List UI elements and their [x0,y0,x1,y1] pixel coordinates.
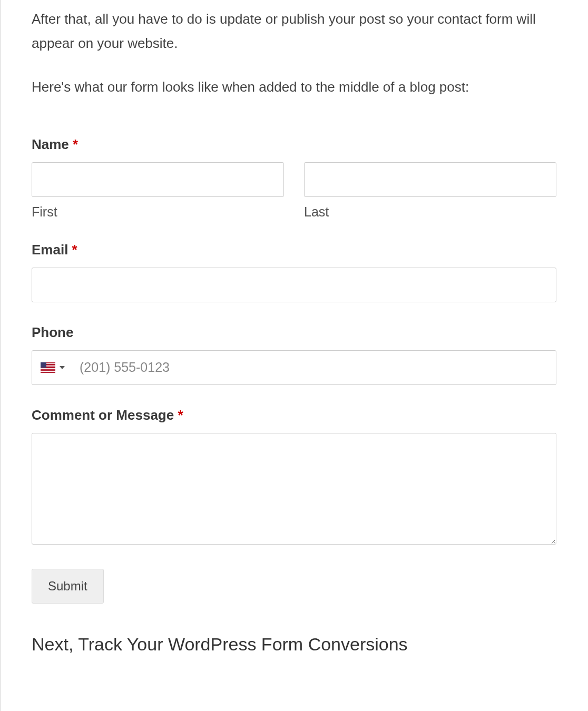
us-flag-icon [41,362,55,373]
comment-textarea[interactable] [32,433,556,545]
required-asterisk: * [72,242,77,258]
country-code-selector[interactable] [32,351,71,384]
comment-label: Comment or Message * [32,407,556,423]
last-name-sublabel: Last [304,204,556,220]
phone-label-text: Phone [32,324,73,340]
intro-paragraph-1: After that, all you have to do is update… [32,7,556,55]
comment-label-text: Comment or Message [32,407,174,423]
email-label-text: Email [32,242,68,258]
name-field-group: Name * First Last [32,136,556,220]
required-asterisk: * [178,407,183,423]
email-field-group: Email * [32,242,556,302]
email-label: Email * [32,242,556,258]
name-label: Name * [32,136,556,153]
last-name-input[interactable] [304,162,556,197]
phone-input[interactable] [71,351,556,384]
name-label-text: Name [32,136,69,152]
required-asterisk: * [73,136,78,152]
phone-label: Phone [32,324,556,341]
phone-input-wrapper [32,350,556,385]
chevron-down-icon [60,366,65,369]
next-section-heading: Next, Track Your WordPress Form Conversi… [32,634,556,655]
email-input[interactable] [32,268,556,302]
last-name-column: Last [304,162,556,220]
intro-paragraph-2: Here's what our form looks like when add… [32,75,556,100]
first-name-sublabel: First [32,204,284,220]
first-name-column: First [32,162,284,220]
submit-button[interactable]: Submit [32,569,104,604]
name-row: First Last [32,162,556,220]
comment-field-group: Comment or Message * [32,407,556,547]
phone-field-group: Phone [32,324,556,385]
first-name-input[interactable] [32,162,284,197]
